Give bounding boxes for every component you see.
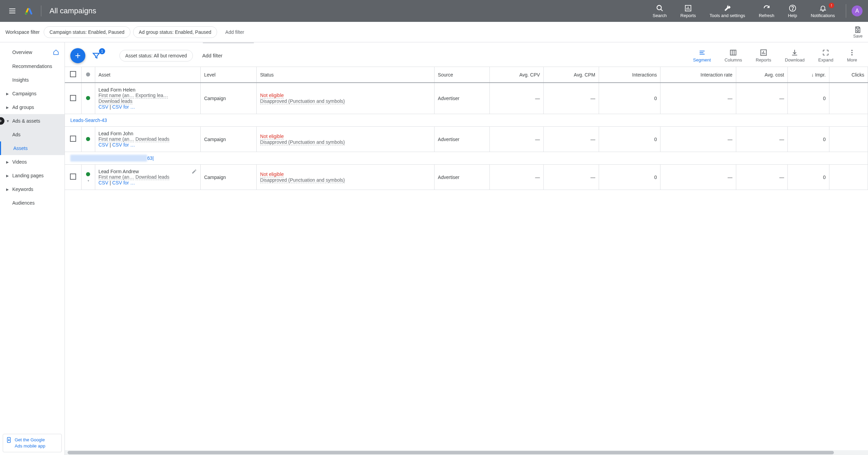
asset-name: Lead Form Helen: [99, 87, 197, 93]
col-status[interactable]: Status: [257, 67, 435, 83]
bell-icon: [819, 3, 827, 13]
reports-icon: [760, 49, 767, 57]
sidebar-item-insights[interactable]: Insights: [0, 73, 65, 87]
table-row: Lead Form John First name (an… Download …: [65, 127, 868, 152]
horizontal-scrollbar-track[interactable]: [65, 450, 868, 455]
sidebar-item-campaigns[interactable]: ▶Campaigns: [0, 87, 65, 100]
svg-point-27: [851, 54, 853, 56]
help-button[interactable]: Help: [782, 2, 802, 20]
add-workspace-filter[interactable]: Add filter: [220, 27, 250, 38]
menu-button[interactable]: [5, 4, 19, 18]
more-icon: [848, 49, 856, 57]
col-impr[interactable]: ↓ Impr.: [788, 67, 829, 83]
filter-chip-adgroup-status[interactable]: Ad group status: Enabled, Paused: [133, 26, 217, 38]
edit-icon[interactable]: [191, 169, 197, 174]
sidebar-item-adgroups[interactable]: ▶Ad groups: [0, 100, 65, 114]
sidebar-item-landing[interactable]: ▶Landing pages: [0, 169, 65, 182]
svg-point-0: [25, 12, 27, 14]
clicks-cell: [829, 127, 868, 152]
more-button[interactable]: More: [841, 47, 863, 64]
status-dot-icon[interactable]: [86, 172, 90, 176]
sidebar-item-recommendations[interactable]: Recommendations: [0, 59, 65, 73]
col-asset[interactable]: Asset: [95, 67, 200, 83]
col-avgcpm[interactable]: Avg. CPM: [543, 67, 599, 83]
add-table-filter[interactable]: Add filter: [197, 50, 228, 61]
csv-link[interactable]: CSV: [99, 180, 109, 185]
notifications-button[interactable]: ! Notifications: [805, 2, 840, 20]
impr-cell: 0: [788, 165, 829, 190]
asset-cell[interactable]: Lead Form Helen First name (an… Exportin…: [95, 83, 200, 114]
header-status-dot[interactable]: [81, 67, 95, 83]
svg-rect-18: [730, 50, 736, 55]
col-interactions[interactable]: Interactions: [599, 67, 660, 83]
filter-chip-campaign-status[interactable]: Campaign status: Enabled, Paused: [44, 26, 130, 38]
status-dot-icon[interactable]: [86, 137, 90, 141]
status-reason: Disapproved (Punctuation and symbols): [260, 139, 345, 145]
search-button[interactable]: Search: [647, 2, 672, 20]
google-ads-logo-icon: [25, 7, 33, 15]
horizontal-scrollbar-thumb[interactable]: [68, 451, 834, 454]
sidebar-mobile-app-promo[interactable]: Get the GoogleAds mobile app: [3, 434, 62, 452]
tools-button[interactable]: Tools and settings: [704, 2, 751, 20]
avgcost-cell: —: [736, 83, 788, 114]
sidebar-item-ads[interactable]: Ads: [0, 128, 65, 141]
filter-button[interactable]: 1: [89, 49, 103, 63]
divider: [846, 4, 846, 18]
download-icon: [6, 437, 12, 443]
asset-cell[interactable]: Lead Form John First name (an… Download …: [95, 127, 200, 152]
account-avatar[interactable]: A: [852, 5, 863, 16]
row-checkbox[interactable]: [70, 95, 76, 101]
save-filter-button[interactable]: Save: [853, 26, 863, 39]
menu-icon: [9, 9, 15, 13]
reports-button[interactable]: Reports: [675, 2, 701, 20]
header-checkbox[interactable]: [65, 67, 81, 83]
asset-name: Lead Form Andrew: [99, 169, 189, 174]
status-dot-icon[interactable]: [86, 96, 90, 100]
col-clicks[interactable]: Clicks: [829, 67, 868, 83]
sidebar-item-keywords[interactable]: ▶Keywords: [0, 182, 65, 196]
col-avgcpv[interactable]: Avg. CPV: [490, 67, 544, 83]
sidebar-expand-handle[interactable]: [0, 117, 4, 125]
sidebar-item-assets[interactable]: Assets: [0, 141, 65, 155]
clicks-cell: [829, 165, 868, 190]
table-reports-button[interactable]: Reports: [750, 47, 777, 64]
csv-link[interactable]: CSV: [99, 104, 109, 110]
campaign-link[interactable]: 63|: [147, 155, 154, 161]
col-avgcost[interactable]: Avg. cost: [736, 67, 788, 83]
avgcost-cell: —: [736, 165, 788, 190]
refresh-button[interactable]: Refresh: [753, 2, 780, 20]
csv-for-link[interactable]: CSV for …: [112, 104, 135, 110]
sidebar-item-videos[interactable]: ▶Videos: [0, 155, 65, 169]
expand-button[interactable]: Expand: [813, 47, 839, 64]
search-icon: [656, 3, 664, 13]
columns-button[interactable]: Columns: [719, 47, 748, 64]
col-intrate[interactable]: Interaction rate: [660, 67, 736, 83]
asset-subtitle: First name (an…: [99, 174, 134, 180]
intrate-cell: —: [660, 165, 736, 190]
impr-cell: 0: [788, 127, 829, 152]
row-checkbox[interactable]: [70, 174, 76, 180]
csv-for-link[interactable]: CSV for …: [112, 142, 135, 148]
segment-group-row: redacted campaign name here 12363|: [65, 152, 868, 165]
segment-button[interactable]: Segment: [688, 47, 716, 64]
sidebar-item-overview[interactable]: Overview: [0, 45, 65, 59]
download-leads-label: Download leads: [99, 98, 133, 104]
sidebar-item-audiences[interactable]: Audiences: [0, 196, 65, 210]
download-button[interactable]: Download: [779, 47, 810, 64]
csv-link[interactable]: CSV: [99, 142, 109, 148]
campaign-link[interactable]: Leads-Search-43: [70, 118, 107, 123]
row-checkbox[interactable]: [70, 136, 76, 142]
caret-down-icon[interactable]: ▼: [87, 179, 90, 182]
col-source[interactable]: Source: [434, 67, 490, 83]
impr-cell: 0: [788, 83, 829, 114]
save-icon: [854, 26, 862, 34]
avgcpv-cell: —: [490, 83, 544, 114]
source-cell: Advertiser: [434, 165, 490, 190]
filter-chip-asset-status[interactable]: Asset status: All but removed: [119, 50, 193, 61]
svg-rect-9: [857, 27, 859, 28]
add-asset-button[interactable]: [70, 48, 85, 63]
sidebar-item-adsassets[interactable]: ▼Ads & assets: [0, 114, 65, 128]
asset-cell[interactable]: Lead Form Andrew First name (an… Downloa…: [95, 165, 200, 190]
col-level[interactable]: Level: [200, 67, 256, 83]
csv-for-link[interactable]: CSV for …: [112, 180, 135, 185]
